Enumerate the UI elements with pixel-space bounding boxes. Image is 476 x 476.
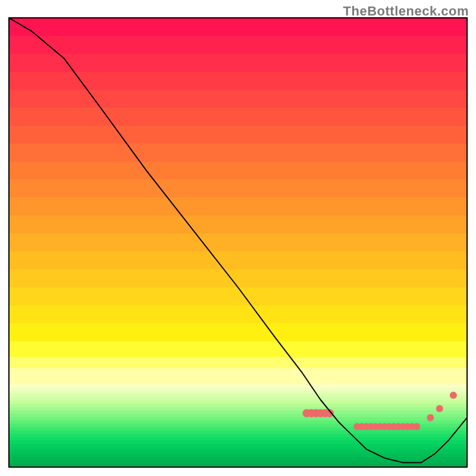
watermark-text: TheBottleneck.com (343, 4, 469, 19)
chart-plot (0, 0, 476, 476)
chart-container: TheBottleneck.com (0, 0, 476, 476)
